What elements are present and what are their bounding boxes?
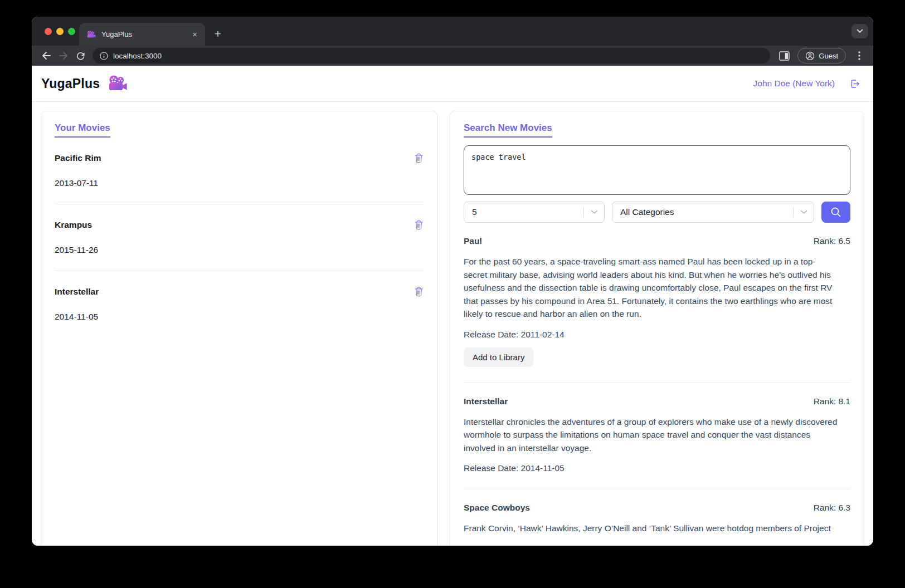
- result-rank: Rank: 6.3: [814, 503, 850, 513]
- result-rank: Rank: 6.5: [814, 236, 850, 246]
- result-title: Interstellar: [464, 396, 508, 406]
- brand: YugaPlus: [41, 75, 128, 92]
- movie-title: Pacific Rim: [55, 153, 101, 163]
- tab-title: YugaPlus: [101, 30, 184, 38]
- address-bar[interactable]: localhost:3000: [93, 48, 770, 63]
- logout-button[interactable]: [849, 78, 861, 90]
- category-select[interactable]: All Categories: [612, 202, 814, 223]
- browser-window: YugaPlus × +: [32, 17, 873, 546]
- library-movie-row: Pacific Rim 2013-07-11: [55, 138, 424, 204]
- tab-strip: YugaPlus × +: [32, 17, 873, 46]
- library-movie-row: Interstellar 2014-11-05: [55, 271, 424, 337]
- chevron-down-icon: [591, 210, 598, 214]
- person-icon: [805, 51, 815, 61]
- movie-release-date: 2015-11-26: [55, 245, 424, 255]
- result-title: Space Cowboys: [464, 503, 530, 513]
- app-main: Your Movies Pacific Rim: [32, 102, 873, 546]
- profile-button[interactable]: Guest: [797, 48, 846, 63]
- reload-button[interactable]: [72, 47, 89, 64]
- traffic-lights: [45, 28, 75, 35]
- zoom-window-button[interactable]: [68, 28, 75, 35]
- result-limit-value: 5: [464, 207, 583, 217]
- search-result: Paul Rank: 6.5 For the past 60 years, a …: [464, 223, 850, 383]
- user-area: John Doe (New York): [753, 78, 861, 90]
- search-title: Search New Movies: [464, 122, 552, 138]
- three-dots-icon: [858, 51, 860, 60]
- delete-movie-button[interactable]: [414, 153, 424, 163]
- result-title: Paul: [464, 236, 482, 246]
- brand-title: YugaPlus: [41, 76, 100, 91]
- back-button[interactable]: [37, 47, 55, 64]
- new-tab-button[interactable]: +: [210, 26, 226, 42]
- category-value: All Categories: [612, 207, 793, 217]
- result-rank: Rank: 8.1: [814, 396, 850, 406]
- tab-yugaplus[interactable]: YugaPlus ×: [79, 23, 205, 46]
- url-text: localhost:3000: [113, 52, 162, 60]
- search-controls: 5 All Categories: [464, 202, 850, 223]
- movie-title: Interstellar: [55, 287, 99, 297]
- logout-icon: [849, 78, 861, 90]
- forward-arrow-icon: [59, 51, 69, 60]
- magnifier-icon: [830, 206, 842, 218]
- minimize-window-button[interactable]: [56, 28, 64, 35]
- browser-menu-button[interactable]: [850, 47, 868, 64]
- app-content: YugaPlus: [32, 66, 873, 546]
- search-result: Interstellar Rank: 8.1 Interstellar chro…: [464, 383, 850, 490]
- movie-camera-icon: [108, 75, 128, 92]
- app-header: YugaPlus: [32, 66, 873, 102]
- search-query-textarea[interactable]: space travel: [464, 145, 850, 195]
- add-to-library-button[interactable]: Add to Library: [464, 347, 533, 367]
- result-release-date: Release Date: 2014-11-05: [464, 463, 850, 473]
- search-panel: Search New Movies space travel 5 All C: [450, 111, 864, 546]
- search-button[interactable]: [821, 202, 850, 223]
- result-description: For the past 60 years, a space-traveling…: [464, 255, 838, 321]
- search-result: Space Cowboys Rank: 6.3 Frank Corvin, ‘H…: [464, 489, 850, 546]
- movie-camera-favicon: [87, 31, 96, 38]
- forward-button[interactable]: [55, 47, 72, 64]
- movie-title: Krampus: [55, 220, 92, 230]
- delete-movie-button[interactable]: [414, 219, 424, 230]
- back-arrow-icon: [41, 51, 51, 60]
- chevron-down-icon: [800, 210, 807, 214]
- trash-icon: [414, 219, 424, 230]
- reload-icon: [76, 51, 85, 61]
- trash-icon: [414, 286, 424, 297]
- close-window-button[interactable]: [45, 28, 52, 35]
- user-link[interactable]: John Doe (New York): [753, 79, 835, 89]
- browser-toolbar: localhost:3000 Guest: [32, 46, 873, 66]
- side-panel-icon: [779, 51, 790, 61]
- your-movies-title: Your Movies: [55, 122, 110, 138]
- delete-movie-button[interactable]: [414, 286, 424, 297]
- trash-icon: [414, 153, 424, 163]
- chevron-down-icon: [857, 29, 863, 33]
- result-release-date: Release Date: 2011-02-14: [464, 330, 850, 340]
- tab-search-button[interactable]: [852, 24, 868, 38]
- movie-release-date: 2013-07-11: [55, 178, 424, 188]
- tab-close-icon[interactable]: ×: [190, 29, 200, 40]
- side-panel-button[interactable]: [776, 47, 793, 64]
- your-movies-panel: Your Movies Pacific Rim: [41, 111, 437, 546]
- library-movie-row: Krampus 2015-11-26: [55, 204, 424, 271]
- result-description: Frank Corvin, ‘Hawk’ Hawkins, Jerry O’Ne…: [464, 522, 838, 535]
- profile-label: Guest: [819, 52, 838, 60]
- site-info-icon: [100, 52, 108, 60]
- result-description: Interstellar chronicles the adventures o…: [464, 415, 838, 455]
- movie-release-date: 2014-11-05: [55, 312, 424, 322]
- result-limit-select[interactable]: 5: [464, 202, 605, 223]
